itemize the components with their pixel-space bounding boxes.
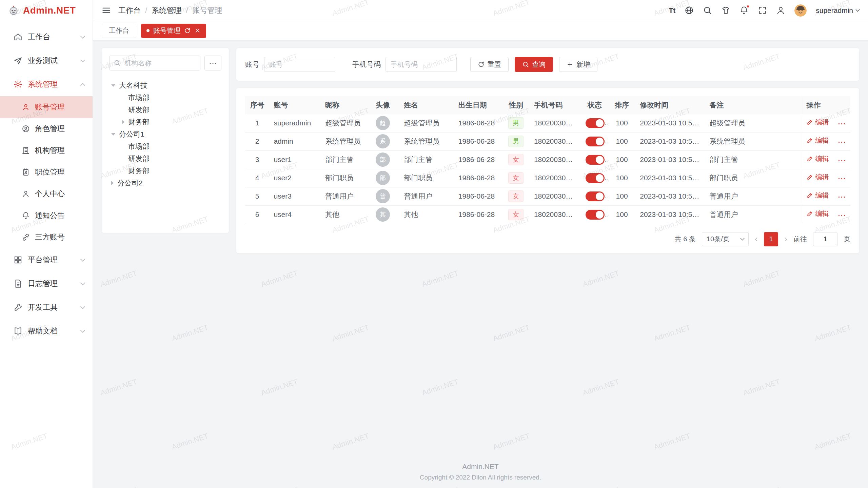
phone-filter-input[interactable] [386, 57, 457, 72]
hamburger-menu-icon[interactable] [102, 6, 111, 15]
edit-button[interactable]: 编辑 [807, 191, 829, 200]
content-row: ⋯ 大名科技 市场部 研发部 财务部 分公司1 市场部 研发部 财务部 分公司2 [102, 48, 859, 253]
caret-down-icon[interactable] [111, 84, 115, 87]
chevron-up-icon [80, 83, 85, 88]
cell-index: 2 [245, 132, 269, 150]
theme-skin-icon[interactable] [721, 6, 730, 15]
sidebar: Admin.NET 工作台 业务测试 系统管理 账号管理 [0, 0, 93, 488]
cell-nickname: 部门主管 [321, 150, 366, 169]
status-toggle[interactable] [586, 155, 605, 165]
person-outline-icon[interactable] [776, 6, 785, 15]
sidebar-item-system-management[interactable]: 系统管理 [0, 73, 93, 96]
sidebar-item-third-party-account[interactable]: 三方账号 [0, 226, 93, 248]
cell-modified-time: 2023-01-03 10:59:44 [635, 114, 705, 132]
cell-modified-time: 2023-01-03 10:59:44 [635, 187, 705, 205]
tree-node-label: 市场部 [128, 142, 150, 151]
search-icon[interactable] [703, 6, 712, 15]
cell-birth-date: 1986-06-28 [454, 187, 502, 205]
sidebar-item-dev-tools[interactable]: 开发工具 [0, 296, 93, 319]
edit-button[interactable]: 编辑 [807, 154, 829, 163]
status-toggle[interactable] [586, 137, 605, 146]
font-size-icon[interactable]: Tt [669, 6, 675, 15]
cell-birth-date: 1986-06-28 [454, 150, 502, 169]
sidebar-item-label: 通知公告 [35, 210, 65, 221]
page-number-current[interactable]: 1 [764, 232, 778, 246]
globe-icon[interactable] [685, 6, 694, 15]
sidebar-item-help-docs[interactable]: 帮助文档 [0, 319, 93, 343]
search-button[interactable]: 查询 [515, 57, 553, 72]
row-more-button[interactable]: ⋯ [837, 174, 846, 183]
sidebar-item-personal-center[interactable]: 个人中心 [0, 183, 93, 205]
tree-node[interactable]: 分公司1 [109, 128, 221, 140]
app-logo[interactable]: Admin.NET [0, 0, 93, 21]
edit-button[interactable]: 编辑 [807, 209, 829, 218]
row-more-button[interactable]: ⋯ [837, 156, 846, 165]
caret-right-icon[interactable] [122, 120, 124, 124]
edit-pencil-icon [807, 156, 813, 162]
gear-icon [14, 80, 22, 89]
cell-modified-time: 2023-01-03 10:59:44 [635, 169, 705, 187]
breadcrumb-item[interactable]: 系统管理 [152, 5, 181, 16]
caret-right-icon[interactable] [111, 181, 114, 185]
sidebar-item-role-management[interactable]: 角色管理 [0, 118, 93, 140]
tree-node[interactable]: 分公司2 [109, 177, 221, 189]
tab-label: 工作台 [109, 26, 129, 35]
next-page-button[interactable]: › [784, 235, 787, 244]
org-name-search-input[interactable] [109, 56, 200, 70]
status-toggle[interactable] [586, 210, 605, 220]
row-more-button[interactable]: ⋯ [837, 210, 846, 220]
cell-name: 其他 [399, 205, 454, 224]
status-toggle[interactable] [586, 173, 605, 183]
prev-page-button[interactable]: ‹ [755, 235, 758, 244]
goto-page-input[interactable] [813, 232, 837, 246]
refresh-icon[interactable] [184, 27, 191, 34]
status-toggle[interactable] [586, 118, 605, 128]
tree-node[interactable]: 财务部 [109, 165, 221, 177]
sidebar-item-platform-management[interactable]: 平台管理 [0, 248, 93, 272]
tree-node[interactable]: 大名科技 [109, 79, 221, 92]
sidebar-item-account-management[interactable]: 账号管理 [0, 96, 93, 118]
gender-tag: 男 [508, 117, 524, 129]
add-button[interactable]: 新增 [559, 57, 597, 72]
page-size-select[interactable]: 10条/页 [702, 232, 749, 246]
caret-down-icon[interactable] [111, 133, 115, 136]
sidebar-item-workbench[interactable]: 工作台 [0, 25, 93, 49]
cell-birth-date: 1986-06-28 [454, 205, 502, 224]
gender-tag: 女 [508, 209, 524, 220]
tree-node[interactable]: 研发部 [109, 152, 221, 165]
cell-gender: 女 [502, 205, 530, 224]
bell-icon[interactable] [739, 6, 749, 15]
reset-button[interactable]: 重置 [470, 57, 509, 72]
row-more-button[interactable]: ⋯ [837, 192, 846, 201]
edit-button[interactable]: 编辑 [807, 136, 829, 145]
tree-node[interactable]: 市场部 [109, 92, 221, 104]
breadcrumb-item[interactable]: 工作台 [118, 5, 141, 16]
tree-node[interactable]: 市场部 [109, 140, 221, 152]
user-menu[interactable]: superadmin [816, 6, 859, 15]
sidebar-item-notice[interactable]: 通知公告 [0, 205, 93, 226]
tab-workbench[interactable]: 工作台 [102, 24, 136, 38]
row-more-button[interactable]: ⋯ [837, 137, 846, 146]
sidebar-item-log-management[interactable]: 日志管理 [0, 272, 93, 296]
org-more-button[interactable]: ⋯ [204, 56, 221, 70]
edit-button[interactable]: 编辑 [807, 172, 829, 182]
cell-phone: 18020030720 [530, 114, 581, 132]
edit-button[interactable]: 编辑 [807, 118, 829, 127]
close-icon[interactable] [194, 27, 201, 34]
sidebar-item-label: 个人中心 [35, 189, 65, 199]
sidebar-item-position-management[interactable]: 职位管理 [0, 161, 93, 183]
tab-account-management[interactable]: 账号管理 [141, 24, 206, 38]
status-toggle[interactable] [586, 191, 605, 201]
sidebar-item-business-test[interactable]: 业务测试 [0, 49, 93, 73]
cell-index: 1 [245, 114, 269, 132]
row-more-button[interactable]: ⋯ [837, 119, 846, 128]
tree-node[interactable]: 财务部 [109, 116, 221, 128]
user-avatar[interactable] [794, 4, 807, 17]
tabbar: 工作台 账号管理 [93, 21, 868, 41]
sidebar-item-org-management[interactable]: 机构管理 [0, 140, 93, 161]
cell-index: 3 [245, 150, 269, 169]
account-filter-input[interactable] [264, 57, 335, 72]
fullscreen-icon[interactable] [758, 6, 767, 15]
tree-node[interactable]: 研发部 [109, 104, 221, 116]
cell-avatar: 普 [366, 187, 399, 205]
